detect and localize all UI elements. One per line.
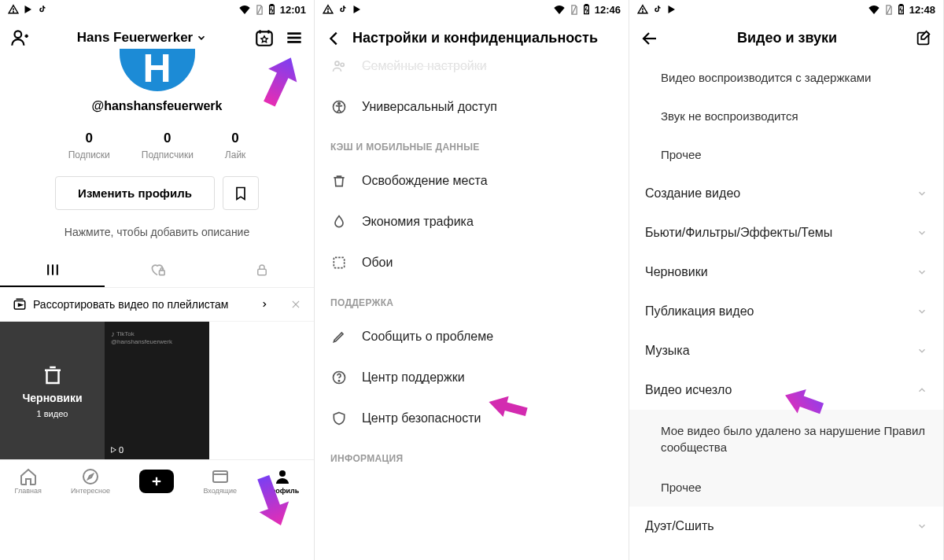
sim-icon bbox=[885, 5, 893, 15]
nav-create[interactable] bbox=[139, 470, 174, 493]
video-tile[interactable]: ♪ TikTok @hanshansfeuerwerk 0 bbox=[105, 322, 209, 459]
nav-discover[interactable]: Интересное bbox=[71, 467, 110, 495]
warning-icon bbox=[323, 4, 334, 15]
tab-grid[interactable] bbox=[0, 254, 105, 287]
stats-row: 0Подписки 0Подписчики 0Лайк bbox=[0, 131, 314, 160]
chevron-down-icon bbox=[916, 521, 927, 532]
report-list[interactable]: Видео воспроизводится с задержками Звук … bbox=[629, 58, 943, 560]
nav-profile[interactable]: Профиль bbox=[266, 467, 299, 495]
play-store-icon bbox=[24, 4, 33, 15]
status-bar: 12:46 bbox=[315, 0, 629, 19]
tiktok-watermark: ♪ TikTok @hanshansfeuerwerk bbox=[111, 330, 172, 345]
compose-icon[interactable] bbox=[915, 30, 932, 47]
category-row[interactable]: Бьюти/Фильтры/Эффекты/Темы bbox=[629, 213, 943, 252]
svg-point-5 bbox=[15, 31, 22, 38]
settings-list[interactable]: Семейные настройки Универсальный доступ … bbox=[315, 58, 629, 560]
sub-item[interactable]: Звук не воспроизводится bbox=[629, 97, 943, 135]
drafts-icon bbox=[41, 363, 65, 387]
sub-item[interactable]: Видео воспроизводится с задержками bbox=[629, 58, 943, 97]
settings-appbar: Настройки и конфиденциальность bbox=[315, 19, 629, 58]
status-time: 12:48 bbox=[909, 4, 935, 16]
trash-icon bbox=[331, 173, 347, 189]
svg-line-48 bbox=[887, 6, 891, 13]
svg-point-41 bbox=[338, 103, 341, 105]
profile-icon bbox=[273, 467, 292, 486]
wifi-icon bbox=[238, 5, 251, 14]
category-row[interactable]: Создание видео bbox=[629, 174, 943, 213]
svg-point-34 bbox=[328, 12, 329, 13]
row-wallpaper[interactable]: Обои bbox=[315, 242, 629, 283]
row-data-saver[interactable]: Экономия трафика bbox=[315, 201, 629, 242]
family-icon bbox=[331, 58, 347, 74]
sub-item[interactable]: Прочее bbox=[629, 135, 943, 174]
category-row-expanded[interactable]: Видео исчезло bbox=[629, 370, 943, 410]
svg-point-30 bbox=[279, 470, 286, 477]
screen-settings: 12:46 Настройки и конфиденциальность Сем… bbox=[315, 0, 629, 560]
screen-video-sounds: 12:48 Видео и звуки Видео воспроизводитс… bbox=[629, 0, 944, 560]
display-name-switcher[interactable]: Hans Feuerwerker bbox=[39, 30, 245, 46]
calendar-star-icon[interactable] bbox=[254, 28, 275, 48]
category-row[interactable]: Дуэт/Сшить bbox=[629, 507, 943, 546]
stat-likes[interactable]: 0Лайк bbox=[225, 131, 246, 160]
battery-icon bbox=[583, 4, 590, 15]
bookmark-button[interactable] bbox=[223, 176, 259, 210]
wifi-icon bbox=[553, 5, 566, 14]
avatar[interactable]: H bbox=[0, 49, 314, 91]
close-icon[interactable] bbox=[290, 299, 301, 310]
status-bar: 12:01 bbox=[0, 0, 314, 19]
drafts-tile[interactable]: Черновики 1 видео bbox=[0, 322, 105, 459]
svg-point-39 bbox=[341, 63, 344, 66]
status-time: 12:01 bbox=[280, 4, 306, 16]
sub-item[interactable]: Прочее bbox=[629, 468, 943, 507]
page-title: Настройки и конфиденциальность bbox=[352, 30, 618, 46]
wifi-icon bbox=[868, 5, 880, 14]
row-safety-center[interactable]: Центр безопасности bbox=[315, 398, 629, 439]
svg-rect-17 bbox=[159, 271, 164, 275]
inbox-icon bbox=[211, 467, 230, 486]
bottom-nav: Главная Интересное Входящие Профиль bbox=[0, 459, 314, 502]
category-row[interactable]: Музыка bbox=[629, 331, 943, 370]
svg-point-25 bbox=[83, 470, 98, 484]
svg-rect-18 bbox=[257, 269, 266, 275]
play-icon bbox=[109, 446, 117, 454]
heart-lock-icon bbox=[149, 262, 166, 278]
chevron-down-icon bbox=[916, 188, 927, 199]
row-family[interactable]: Семейные настройки bbox=[315, 58, 629, 87]
status-time: 12:46 bbox=[595, 4, 621, 16]
add-friend-icon[interactable] bbox=[9, 28, 30, 48]
category-row[interactable]: Публикация видео bbox=[629, 292, 943, 331]
sim-icon bbox=[570, 5, 578, 15]
svg-rect-37 bbox=[585, 5, 588, 6]
back-arrow-icon[interactable] bbox=[640, 29, 659, 48]
chevron-right-icon bbox=[260, 299, 268, 310]
edit-profile-button[interactable]: Изменить профиль bbox=[55, 176, 215, 210]
chevron-down-icon bbox=[916, 345, 927, 356]
row-help-center[interactable]: Центр поддержки bbox=[315, 357, 629, 398]
tab-liked[interactable] bbox=[105, 254, 209, 287]
chevron-down-icon bbox=[916, 267, 927, 278]
tab-private[interactable] bbox=[209, 254, 314, 287]
accessibility-icon bbox=[331, 99, 347, 115]
content-tabs bbox=[0, 254, 314, 288]
nav-home[interactable]: Главная bbox=[15, 467, 42, 495]
category-row[interactable]: Черновики bbox=[629, 252, 943, 292]
grid-icon bbox=[45, 262, 61, 278]
bio-prompt[interactable]: Нажмите, чтобы добавить описание bbox=[0, 226, 314, 238]
username: @hanshansfeuerwerk bbox=[0, 99, 314, 113]
row-accessibility[interactable]: Универсальный доступ bbox=[315, 87, 629, 127]
warning-icon bbox=[8, 4, 19, 15]
sub-item[interactable]: Мое видео было удалено за нарушение Прав… bbox=[629, 410, 943, 468]
plus-icon bbox=[149, 474, 164, 488]
nav-inbox[interactable]: Входящие bbox=[203, 467, 237, 495]
playlist-sort-row[interactable]: Рассортировать видео по плейлистам bbox=[0, 288, 314, 322]
empty-tile bbox=[209, 322, 314, 459]
chevron-down-icon bbox=[196, 32, 207, 43]
svg-line-35 bbox=[572, 6, 576, 13]
back-icon[interactable] bbox=[326, 30, 343, 47]
shield-icon bbox=[331, 411, 347, 426]
row-free-space[interactable]: Освобождение места bbox=[315, 160, 629, 201]
row-report-problem[interactable]: Сообщить о проблеме bbox=[315, 316, 629, 357]
hamburger-icon[interactable] bbox=[284, 28, 304, 48]
stat-following[interactable]: 0Подписки bbox=[68, 131, 110, 160]
stat-followers[interactable]: 0Подписчики bbox=[142, 131, 194, 160]
